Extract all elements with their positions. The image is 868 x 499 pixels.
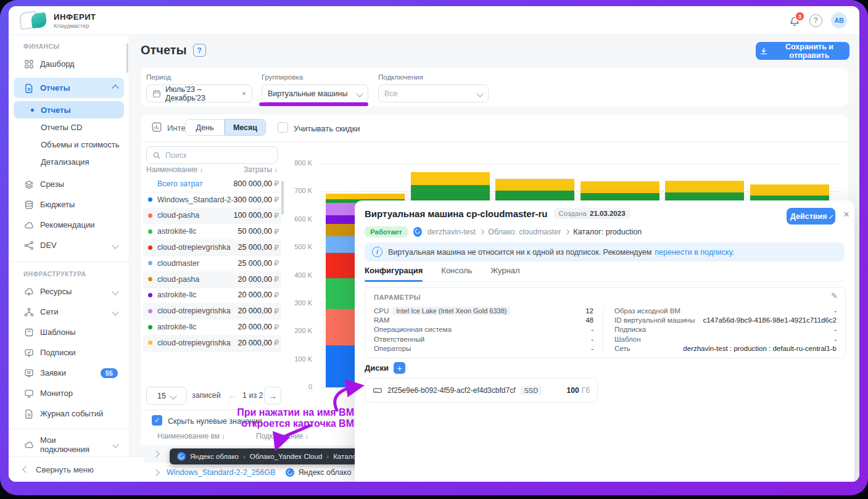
cost-row-name[interactable]: astrokite-llc — [157, 291, 238, 299]
tab-journal[interactable]: Журнал — [490, 266, 519, 275]
table-row[interactable]: cloud-otrepievgrishka20 000,00₽ — [143, 335, 281, 352]
search-input[interactable]: Поиск — [146, 146, 278, 164]
bell-icon[interactable]: 3 — [788, 14, 801, 27]
sidebar-item-tickets[interactable]: Заявки55 — [14, 363, 124, 383]
ruble-sign: ₽ — [274, 274, 279, 284]
cost-row-name[interactable]: astrokite-llc — [157, 227, 238, 236]
sidebar-item-recommendations[interactable]: Рекомендации — [14, 215, 124, 235]
parameter-row: Операторы- — [374, 344, 593, 353]
table-row[interactable]: Windows_Standard-2-2_256GB300 000,00₽ — [143, 192, 281, 208]
avatar[interactable]: АВ — [831, 12, 847, 28]
sidebar-item-monitor[interactable]: Монитор — [14, 383, 124, 403]
sidebar-subitem-volumes[interactable]: Объемы и стоимость — [14, 136, 124, 153]
table-row[interactable]: cloud-otrepievgrishka20 000,00₽ — [143, 303, 281, 320]
move-to-subscription-link[interactable]: перенести в подписку. — [655, 248, 734, 257]
col-header-name[interactable]: Наименование↓ — [146, 165, 203, 174]
table-row[interactable]: astrokite-llc20 000,00₽ — [143, 319, 281, 336]
sidebar-item-events-log[interactable]: Журнал событий — [14, 403, 124, 424]
prev-page-button[interactable]: ← — [228, 390, 237, 400]
table-row[interactable]: cloud-pasha100 000,00₽ — [143, 208, 281, 225]
clear-icon[interactable]: × — [241, 89, 246, 98]
grouping-select[interactable]: Виртуальные машины — [262, 85, 368, 102]
bar-segment[interactable] — [326, 194, 405, 199]
actions-button[interactable]: Действия — [787, 208, 835, 225]
sidebar-subitem-reports-cd[interactable]: Отчеты CD — [14, 118, 124, 136]
sidebar-item-subscriptions[interactable]: Подписки — [14, 342, 124, 363]
disk-row[interactable]: 2f25e9e6-b092-4f59-acf2-ef4d3cbfd7cf SSD… — [365, 378, 598, 403]
bar-segment[interactable] — [411, 185, 490, 200]
sidebar-item-dashboard[interactable]: Дашборд — [14, 54, 124, 74]
page-help-icon[interactable]: ? — [193, 44, 206, 57]
table-row[interactable]: Всего затрат800 000,00₽ — [143, 176, 281, 192]
sort-down-icon: ↓ — [221, 432, 225, 440]
parameters-title: ПАРАМЕТРЫ — [374, 294, 421, 301]
col-header-connection[interactable]: Подключение↓ — [256, 432, 308, 440]
bar-segment[interactable] — [665, 181, 744, 192]
tab-console[interactable]: Консоль — [441, 266, 472, 275]
discounts-checkbox[interactable] — [278, 122, 288, 133]
dashboard-icon — [23, 59, 34, 69]
y-axis-tick: 100 K — [281, 355, 312, 363]
cost-row-name[interactable]: cloud-otrepievgrishka — [157, 339, 238, 347]
page-size-select[interactable]: 15 — [146, 387, 187, 405]
close-icon[interactable]: × — [843, 208, 849, 221]
chevron-down-icon — [112, 288, 118, 295]
subscription-icon — [23, 347, 34, 358]
table-row[interactable]: astrokite-llc50 000,00₽ — [143, 223, 281, 240]
table-row[interactable]: cloudmaster25 000,00₽ — [143, 255, 281, 272]
save-and-send-button[interactable]: Сохранить и отправить — [756, 42, 849, 60]
sidebar-item-my-connections[interactable]: Мои подключения — [14, 434, 124, 455]
sidebar-subitem-details[interactable]: Детализация — [14, 153, 124, 170]
cost-table-scrollbar[interactable] — [281, 181, 284, 215]
expand-chevron-icon[interactable] — [152, 469, 159, 476]
cost-row-name[interactable]: astrokite-llc — [157, 323, 238, 331]
edit-pencil-icon[interactable]: ✎ — [831, 291, 838, 300]
connections-select[interactable]: Все — [378, 85, 489, 102]
cost-row-name[interactable]: cloud-otrepievgrishka — [157, 243, 238, 252]
cost-row-name[interactable]: cloud-pasha — [157, 275, 238, 284]
cost-row-name[interactable]: cloud-pasha — [157, 211, 233, 220]
sidebar-scrollbar[interactable] — [126, 43, 128, 73]
hide-zero-checkbox[interactable]: ✓ — [152, 415, 162, 426]
period-input[interactable]: Июль'23 – Декабрь'23 × — [146, 85, 252, 102]
cost-row-name[interactable]: cloudmaster — [157, 259, 238, 268]
sidebar-item-networks[interactable]: Сети — [14, 302, 124, 322]
y-axis-tick: 700 K — [281, 187, 312, 194]
y-axis-tick: 300 K — [281, 299, 312, 307]
cost-row-name[interactable]: cloud-otrepievgrishka — [157, 307, 238, 315]
bar-segment[interactable] — [581, 181, 659, 193]
monitor-icon — [23, 388, 34, 398]
total-costs-link[interactable]: Всего затрат — [157, 179, 233, 188]
tab-configuration[interactable]: Конфигурация — [365, 266, 423, 275]
bar-segment[interactable] — [411, 172, 490, 186]
chevron-left-icon — [22, 466, 29, 472]
logo[interactable]: ИНФЕРИТ Клаудмастер — [20, 12, 96, 29]
col-header-vm[interactable]: Наименование вм↓ — [157, 432, 225, 440]
expand-chevron-icon[interactable] — [152, 450, 159, 457]
next-page-button[interactable]: → — [264, 387, 281, 405]
vm-name-link[interactable]: Windows_Standard-2-2_256GB — [167, 468, 276, 477]
sidebar-subitem-reports[interactable]: Отчеты — [14, 101, 124, 118]
table-row[interactable]: Windows_Standard-2-2_256GB Яндекс облако — [141, 464, 358, 481]
parameter-row: Ответственный- — [374, 334, 593, 344]
col-header-cost[interactable]: Затраты↓ — [244, 165, 278, 174]
interval-day-button[interactable]: День — [185, 119, 225, 136]
table-row[interactable]: cloud-otrepievgrishka25 000,00₽ — [143, 239, 281, 256]
bar-segment[interactable] — [495, 179, 574, 191]
breadcrumb: derzhavin-test Облако: cloudmaster Катал… — [428, 228, 642, 236]
table-row[interactable]: cloud-pasha20 000,00₽ — [143, 271, 281, 288]
cost-row-name[interactable]: Windows_Standard-2-2_256GB — [157, 196, 233, 204]
bar-segment[interactable] — [750, 184, 829, 196]
sidebar-item-dev[interactable]: DEV — [14, 235, 124, 255]
interval-month-button[interactable]: Месяц — [225, 119, 266, 136]
sidebar-item-budgets[interactable]: Бюджеты — [14, 194, 124, 215]
sidebar-item-resources[interactable]: Ресурсы — [14, 281, 124, 302]
add-disk-button[interactable]: + — [394, 362, 405, 374]
table-row[interactable]: astrokite-llc20 000,00₽ — [143, 287, 281, 304]
help-circle-icon[interactable]: ? — [809, 14, 822, 27]
sidebar-item-slices[interactable]: Срезы — [14, 174, 124, 194]
sidebar-item-reports[interactable]: Отчеты — [14, 78, 124, 98]
sidebar-item-templates[interactable]: Шаблоны — [14, 322, 124, 342]
collapse-menu-button[interactable]: Свернуть меню — [9, 456, 144, 482]
chevron-down-icon — [356, 90, 363, 97]
